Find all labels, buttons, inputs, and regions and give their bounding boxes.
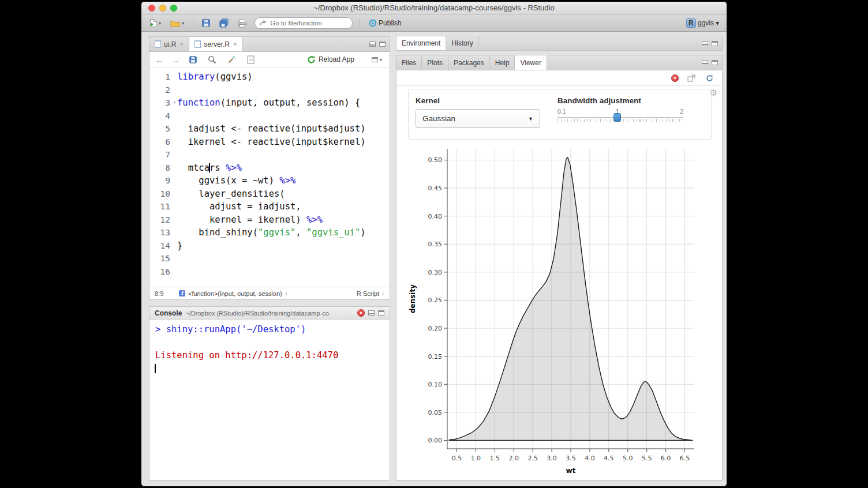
main-toolbar: ▾ ▾ Publish R ggvis ▾	[141, 15, 727, 32]
svg-text:1.0: 1.0	[471, 455, 481, 462]
code-tools-button[interactable]	[226, 54, 238, 65]
code-line: 14}	[149, 239, 390, 253]
goto-file-input[interactable]	[255, 17, 353, 29]
find-replace-button[interactable]	[206, 54, 218, 65]
function-icon: f	[179, 290, 185, 296]
console-line	[155, 336, 384, 350]
slider-handle[interactable]	[613, 113, 621, 122]
code-line: 4	[149, 110, 390, 123]
line-number: 15	[149, 252, 177, 265]
maximize-pane-icon[interactable]	[379, 42, 386, 47]
svg-text:0.50: 0.50	[428, 156, 443, 164]
svg-text:0.00: 0.00	[428, 437, 443, 444]
run-options-button[interactable]: ▾	[370, 56, 384, 63]
line-number: 3	[149, 96, 177, 110]
save-icon	[189, 56, 197, 63]
compile-report-button[interactable]	[245, 54, 256, 65]
line-text: iadjust <- reactive(input$adjust)	[177, 122, 366, 136]
goto-file-text[interactable]	[269, 19, 347, 27]
svg-text:1.5: 1.5	[490, 455, 500, 462]
minimize-pane-icon[interactable]	[702, 41, 708, 46]
line-text: adjust = iadjust,	[177, 200, 301, 213]
svg-text:wt: wt	[566, 467, 576, 475]
environment-pane: EnvironmentHistory	[396, 36, 723, 51]
density-plot: 0.51.01.52.02.53.03.54.04.55.05.56.06.50…	[406, 143, 700, 478]
tab-ui-r[interactable]: ui.R×	[149, 37, 189, 51]
kernel-value: Gaussian	[422, 114, 455, 123]
back-icon[interactable]: ←	[155, 55, 164, 64]
close-icon[interactable]: ×	[233, 40, 237, 48]
console-output[interactable]: > shiny::runApp('~/Desktop') Listening o…	[149, 320, 390, 480]
tab-files[interactable]: Files	[396, 55, 422, 70]
tab-label: ui.R	[164, 40, 176, 48]
filetype-selector[interactable]: R Script ↕	[357, 290, 384, 297]
maximize-pane-icon[interactable]	[378, 310, 384, 316]
line-number: 6	[149, 136, 177, 149]
open-file-button[interactable]: ▾	[169, 18, 186, 28]
tab-packages[interactable]: Packages	[448, 55, 490, 70]
svg-text:4.5: 4.5	[604, 455, 614, 462]
code-line: 12 kernel = ikernel) %>%	[149, 213, 390, 227]
tab-label: Plots	[427, 59, 443, 67]
minimize-pane-icon[interactable]	[368, 310, 375, 316]
tab-viewer[interactable]: Viewer	[515, 55, 547, 70]
svg-text:0.20: 0.20	[428, 325, 443, 332]
open-in-new-window-button[interactable]	[686, 73, 697, 83]
r-file-icon	[194, 40, 201, 48]
tab-help[interactable]: Help	[490, 55, 515, 70]
line-text: library(ggvis)	[177, 70, 253, 84]
save-source-button[interactable]	[188, 55, 199, 65]
code-line: 13 bind_shiny("ggvis", "ggvis_ui")	[149, 226, 390, 239]
source-tabbar: ui.R×server.R×	[149, 37, 390, 52]
maximize-pane-icon[interactable]	[712, 60, 718, 65]
line-number: 9	[149, 174, 177, 187]
folder-icon	[170, 20, 180, 27]
new-file-icon	[149, 18, 157, 28]
stop-icon[interactable]	[357, 309, 365, 317]
print-button[interactable]	[236, 18, 249, 29]
line-number: 1	[149, 70, 177, 84]
reload-app-button[interactable]: Reload App	[307, 55, 354, 64]
forward-icon[interactable]: →	[171, 55, 180, 64]
kernel-label: Kernel	[416, 96, 548, 105]
updown-icon: ↕	[381, 290, 384, 296]
save-all-button[interactable]	[218, 17, 230, 29]
console-title: Console	[155, 309, 182, 317]
project-icon: R	[686, 18, 696, 28]
scope-selector[interactable]: f <function>(input, output, session) ↕	[179, 290, 288, 297]
tab-server-r[interactable]: server.R×	[189, 37, 243, 51]
tab-plots[interactable]: Plots	[422, 55, 448, 70]
viewer-toolbar	[396, 70, 722, 86]
line-number: 2	[149, 84, 177, 97]
window-titlebar[interactable]: ~/Dropbox (RStudio)/RStudio/training/dat…	[141, 2, 727, 15]
line-number: 12	[149, 213, 177, 227]
refresh-button[interactable]	[704, 73, 715, 83]
kernel-select[interactable]: Gaussian ▼	[416, 109, 540, 128]
maximize-pane-icon[interactable]	[712, 41, 718, 46]
save-all-icon	[219, 18, 229, 28]
stop-app-icon[interactable]	[671, 74, 679, 82]
desktop-background: ~/Dropbox (RStudio)/RStudio/training/dat…	[0, 0, 868, 488]
tab-environment[interactable]: Environment	[396, 36, 446, 50]
line-text: function(input, output, session) {	[177, 96, 360, 110]
minimize-window-button[interactable]	[159, 5, 166, 12]
tab-label: Help	[495, 59, 510, 67]
magnifier-icon	[208, 55, 216, 64]
minimize-pane-icon[interactable]	[369, 42, 376, 47]
tab-label: Files	[402, 59, 416, 67]
bandwidth-slider[interactable]: 0.1 1 2	[558, 108, 683, 129]
close-window-button[interactable]	[148, 5, 155, 12]
minimize-pane-icon[interactable]	[702, 60, 708, 65]
scope-label: <function>(input, output, session)	[188, 290, 282, 297]
code-editor[interactable]: 1library(ggvis)23function(input, output,…	[149, 67, 390, 287]
zoom-window-button[interactable]	[170, 5, 177, 12]
publish-button[interactable]: Publish	[367, 18, 403, 28]
new-file-button[interactable]: ▾	[147, 17, 163, 29]
save-button[interactable]	[200, 18, 212, 28]
code-line: 2	[149, 84, 390, 97]
close-icon[interactable]: ×	[179, 40, 184, 48]
project-menu-button[interactable]: R ggvis ▾	[684, 17, 721, 29]
slider-max-label: 2	[680, 108, 683, 115]
tab-history[interactable]: History	[446, 36, 478, 50]
chevron-down-icon: ▾	[182, 21, 184, 26]
